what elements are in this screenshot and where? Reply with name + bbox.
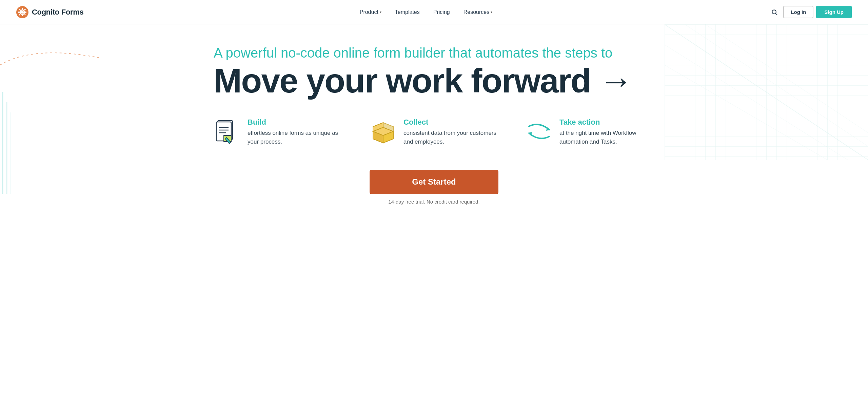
search-button[interactable] [768, 6, 781, 18]
hero-section: A powerful no-code online form builder t… [0, 24, 868, 400]
background-mesh [665, 24, 868, 160]
svg-rect-4 [25, 12, 26, 13]
action-text: Take action at the right time with Workf… [559, 118, 654, 146]
nav-product[interactable]: Product ▾ [354, 6, 387, 18]
get-started-button[interactable]: Get Started [370, 170, 498, 194]
action-title: Take action [559, 118, 654, 127]
logo-icon [16, 6, 28, 18]
nav-actions: Log In Sign Up [768, 6, 852, 18]
svg-point-9 [21, 11, 24, 14]
collect-title: Collect [403, 118, 498, 127]
login-button[interactable]: Log In [783, 6, 813, 18]
logo-text: Cognito Forms [32, 8, 84, 17]
logo-link[interactable]: Cognito Forms [16, 6, 84, 18]
collect-desc: consistent data from your customers and … [403, 129, 498, 146]
build-title: Build [248, 118, 342, 127]
features-row: Build effortless online forms as unique … [214, 118, 654, 146]
nav-resources[interactable]: Resources ▾ [458, 6, 498, 18]
hero-content: A powerful no-code online form builder t… [214, 45, 654, 205]
action-desc: at the right time with Workflow automati… [559, 129, 654, 146]
action-icon [526, 118, 553, 145]
svg-rect-1 [22, 8, 23, 9]
collect-icon [370, 118, 397, 145]
hero-subtitle: A powerful no-code online form builder t… [214, 45, 654, 61]
build-text: Build effortless online forms as unique … [248, 118, 342, 146]
dotted-arc [0, 38, 119, 79]
hero-arrow: → [599, 62, 633, 100]
feature-collect: Collect consistent data from your custom… [370, 118, 498, 146]
collect-text: Collect consistent data from your custom… [403, 118, 498, 146]
navigation: Cognito Forms Product ▾ Templates Pricin… [0, 0, 868, 24]
feature-action: Take action at the right time with Workf… [526, 118, 654, 146]
left-accent-lines [0, 92, 14, 194]
build-desc: effortless online forms as unique as you… [248, 129, 342, 146]
svg-line-11 [776, 13, 777, 15]
signup-button[interactable]: Sign Up [816, 6, 852, 18]
cta-note: 14-day free trial. No credit card requir… [388, 199, 479, 205]
search-icon [771, 9, 778, 16]
feature-build: Build effortless online forms as unique … [214, 118, 342, 146]
cta-section: Get Started 14-day free trial. No credit… [214, 170, 654, 205]
svg-rect-2 [22, 15, 23, 16]
nav-pricing[interactable]: Pricing [428, 6, 455, 18]
product-chevron-icon: ▾ [380, 10, 381, 14]
nav-templates[interactable]: Templates [390, 6, 425, 18]
hero-title: Move your work forward → [214, 64, 654, 98]
resources-chevron-icon: ▾ [491, 10, 492, 14]
build-icon [214, 118, 241, 145]
nav-links: Product ▾ Templates Pricing Resources ▾ [354, 6, 498, 18]
svg-rect-3 [18, 12, 20, 13]
